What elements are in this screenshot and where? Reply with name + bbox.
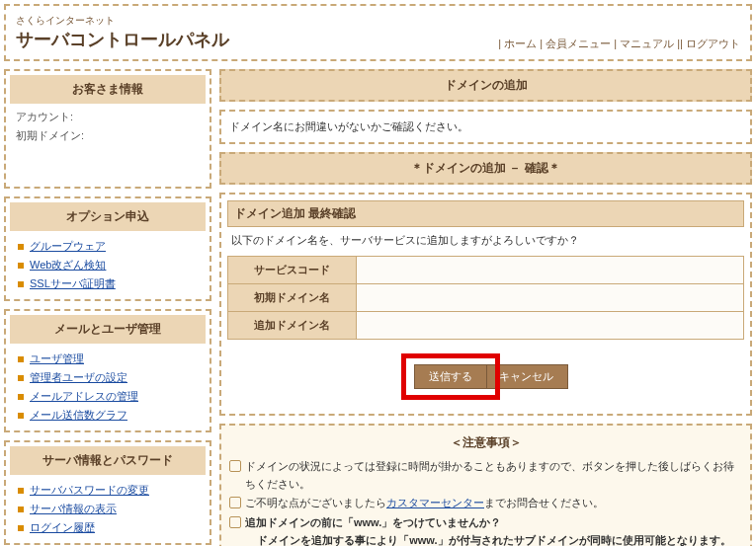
- service-code-value: [357, 257, 744, 284]
- mailuser-title: メールとユーザ管理: [10, 315, 206, 344]
- list-item: ユーザ管理: [10, 350, 206, 368]
- form-box: ドメイン追加 最終確認 以下のドメイン名を、サーバサービスに追加しますがよろしい…: [219, 193, 752, 416]
- form-heading: ドメイン追加 最終確認: [227, 200, 744, 227]
- sidebar: お客さま情報 アカウント: 初期ドメイン: オプション申込 グループウェア We…: [4, 69, 211, 546]
- list-item: サーバ情報の表示: [10, 500, 206, 518]
- form-prompt: 以下のドメイン名を、サーバサービスに追加しますがよろしいですか？: [227, 227, 744, 254]
- notice-title: ＜注意事項＞: [229, 433, 742, 452]
- message-box: ドメイン名にお間違いがないかご確認ください。: [219, 110, 752, 144]
- customer-center-link[interactable]: カスタマーセンター: [386, 497, 484, 508]
- customer-info-box: お客さま情報 アカウント: 初期ドメイン:: [4, 69, 211, 189]
- table-row: 初期ドメイン名: [228, 284, 744, 312]
- sidebar-link-mailaddr[interactable]: メールアドレスの管理: [30, 390, 138, 402]
- list-item: Web改ざん検知: [10, 256, 206, 274]
- list-item: サーバパスワードの変更: [10, 481, 206, 500]
- nav-logout[interactable]: ログアウト: [686, 38, 740, 49]
- nav-home[interactable]: ホーム: [504, 38, 537, 49]
- confirm-table: サービスコード 初期ドメイン名 追加ドメイン名: [227, 256, 744, 340]
- list-item: SSLサーバ証明書: [10, 274, 206, 293]
- add-domain-label: 追加ドメイン名: [228, 312, 357, 340]
- initial-domain-row: 初期ドメイン:: [10, 126, 206, 145]
- notice-line: 追加ドメインの前に「www.」をつけていませんか？ ドメインを追加する事により「…: [229, 514, 742, 546]
- header-nav: | ホーム | 会員メニュー | マニュアル || ログアウト: [498, 37, 740, 51]
- account-row: アカウント:: [10, 108, 206, 126]
- app-header: さくらインターネット サーバコントロールパネル | ホーム | 会員メニュー |…: [4, 4, 752, 61]
- table-row: 追加ドメイン名: [228, 312, 744, 340]
- list-item: 管理者ユーザの設定: [10, 368, 206, 387]
- highlight-frame: 送信する: [401, 353, 500, 400]
- sidebar-link-webtamper[interactable]: Web改ざん検知: [30, 259, 106, 271]
- sidebar-link-ssl[interactable]: SSLサーバ証明書: [30, 277, 116, 289]
- option-box: オプション申込 グループウェア Web改ざん検知 SSLサーバ証明書: [4, 196, 211, 301]
- mailuser-box: メールとユーザ管理 ユーザ管理 管理者ユーザの設定 メールアドレスの管理 メール…: [4, 309, 211, 432]
- sidebar-link-serverinfo[interactable]: サーバ情報の表示: [30, 503, 117, 514]
- header-subtitle: さくらインターネット: [16, 14, 740, 28]
- nav-member[interactable]: 会員メニュー: [546, 38, 611, 49]
- submit-button[interactable]: 送信する: [414, 364, 487, 389]
- sidebar-link-user[interactable]: ユーザ管理: [30, 352, 84, 364]
- list-item: グループウェア: [10, 237, 206, 256]
- initial-domain-value: [357, 284, 744, 312]
- section-title: ＊ドメインの追加 － 確認＊: [219, 152, 752, 185]
- notice-line: ご不明な点がございましたらカスタマーセンターまでお問合せください。: [229, 495, 742, 512]
- nav-manual[interactable]: マニュアル: [620, 38, 674, 49]
- notice-line: ドメインの状況によっては登録に時間が掛かることもありますので、ボタンを押した後し…: [229, 458, 742, 493]
- page-title: ドメインの追加: [219, 69, 752, 102]
- sidebar-link-mailgraph[interactable]: メール送信数グラフ: [30, 409, 127, 421]
- option-title: オプション申込: [10, 202, 206, 231]
- sidebar-link-groupware[interactable]: グループウェア: [30, 240, 106, 252]
- table-row: サービスコード: [228, 257, 744, 284]
- service-code-label: サービスコード: [228, 257, 357, 284]
- list-item: メールアドレスの管理: [10, 387, 206, 406]
- server-box: サーバ情報とパスワード サーバパスワードの変更 サーバ情報の表示 ログイン履歴: [4, 440, 211, 545]
- initial-domain-label: 初期ドメイン名: [228, 284, 357, 312]
- notice-box: ＜注意事項＞ ドメインの状況によっては登録に時間が掛かることもありますので、ボタ…: [219, 424, 752, 546]
- list-item: ログイン履歴: [10, 518, 206, 537]
- add-domain-value: [357, 312, 744, 340]
- server-title: サーバ情報とパスワード: [10, 446, 206, 475]
- customer-info-title: お客さま情報: [10, 75, 206, 104]
- sidebar-link-pwchange[interactable]: サーバパスワードの変更: [30, 484, 149, 496]
- main-content: ドメインの追加 ドメイン名にお間違いがないかご確認ください。 ＊ドメインの追加 …: [219, 69, 752, 546]
- sidebar-link-adminuser[interactable]: 管理者ユーザの設定: [30, 371, 127, 383]
- list-item: メール送信数グラフ: [10, 406, 206, 425]
- sidebar-link-loginhist[interactable]: ログイン履歴: [30, 521, 95, 533]
- button-row: 送信する キャンセル: [227, 340, 744, 408]
